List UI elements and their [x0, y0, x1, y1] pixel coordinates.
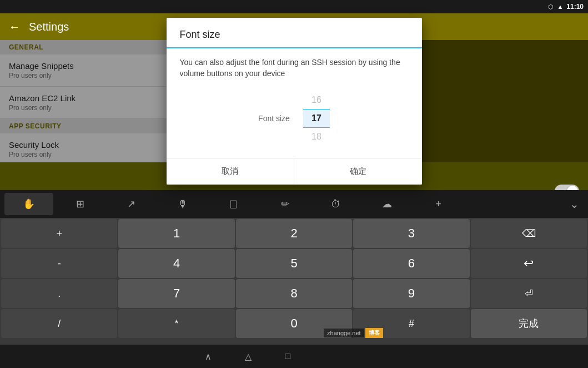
watermark: zhangge.net 博客	[324, 328, 383, 338]
key-row-3: . 7 8 9 ⏎	[0, 278, 588, 308]
cloud-btn[interactable]: ☁	[363, 193, 411, 215]
spinner-value-17[interactable]: 17	[303, 109, 330, 128]
key-4[interactable]: 4	[118, 249, 234, 278]
spinner-value-18[interactable]: 18	[303, 129, 330, 145]
nav-recent[interactable]: □	[285, 351, 290, 361]
key-3[interactable]: 3	[353, 219, 469, 248]
dialog-title: Font size	[180, 29, 409, 41]
key-backspace[interactable]: ⌫	[471, 219, 587, 248]
bluetooth-icon: ⬡	[548, 3, 554, 11]
grid-btn[interactable]: ⊞	[56, 193, 104, 215]
time-display: 11:10	[566, 3, 584, 11]
key-dot[interactable]: .	[1, 279, 117, 308]
nav-dropdown[interactable]: ∧	[205, 351, 212, 362]
key-5[interactable]: 5	[236, 249, 352, 278]
key-9[interactable]: 9	[353, 279, 469, 308]
dialog-overlay: Font size You can also adjust the font d…	[0, 40, 588, 162]
dialog-body: You can also adjust the font during an S…	[167, 48, 422, 158]
font-size-label: Font size	[258, 114, 290, 123]
back-button[interactable]: ←	[9, 21, 20, 33]
key-7[interactable]: 7	[118, 279, 234, 308]
clock-btn[interactable]: ⏱	[311, 193, 360, 215]
font-size-picker: Font size 16 17 18	[180, 88, 409, 149]
key-1[interactable]: 1	[118, 219, 234, 248]
confirm-button[interactable]: 确定	[294, 158, 422, 185]
keyboard-toolbar: ✋ ⊞ ↗ 🎙 ⎕ ✏ ⏱ ☁ + ⌄	[0, 190, 588, 218]
nav-home[interactable]: △	[245, 351, 252, 362]
status-bar: ⬡ ▲ 11:10	[0, 0, 588, 13]
dialog-buttons: 取消 确定	[167, 158, 422, 185]
font-size-dialog: Font size You can also adjust the font d…	[167, 18, 422, 185]
key-8[interactable]: 8	[236, 279, 352, 308]
move-btn[interactable]: ↗	[107, 193, 155, 215]
toolbar-chevron[interactable]: ⌄	[565, 197, 584, 211]
key-slash[interactable]: /	[1, 309, 117, 338]
cancel-button[interactable]: 取消	[167, 158, 295, 185]
key-row-4: / * 0 # 完成	[0, 308, 588, 338]
key-2[interactable]: 2	[236, 219, 352, 248]
nav-bar: ∧ △ □ zhangge.net 博客	[0, 345, 588, 368]
key-row-1: + 1 2 3 ⌫	[0, 218, 588, 248]
key-asterisk[interactable]: *	[118, 309, 234, 338]
wifi-icon: ▲	[557, 3, 563, 10]
numeric-keyboard: + 1 2 3 ⌫ - 4 5 6 ↩ . 7 8 9 ⏎ / * 0 # 完成…	[0, 218, 588, 368]
key-plus[interactable]: +	[1, 219, 117, 248]
page-title: Settings	[29, 21, 69, 33]
touch-mode-btn[interactable]: ✋	[4, 193, 53, 215]
watermark-text: zhangge.net	[324, 329, 364, 337]
pen-btn[interactable]: ✏	[260, 193, 309, 215]
key-6[interactable]: 6	[353, 249, 469, 278]
add-btn[interactable]: +	[414, 193, 463, 215]
key-enter[interactable]: ⏎	[471, 279, 587, 308]
cursor-btn[interactable]: ⎕	[209, 193, 258, 215]
key-return[interactable]: ↩	[471, 249, 587, 278]
key-row-2: - 4 5 6 ↩	[0, 248, 588, 278]
spinner-value-16[interactable]: 16	[303, 92, 330, 108]
mic-btn[interactable]: 🎙	[158, 193, 207, 215]
key-done[interactable]: 完成	[471, 309, 587, 338]
key-minus[interactable]: -	[1, 249, 117, 278]
dialog-header: Font size	[167, 18, 422, 48]
font-size-spinner[interactable]: 16 17 18	[303, 92, 330, 145]
dialog-description: You can also adjust the font during an S…	[180, 57, 409, 79]
watermark-logo: 博客	[365, 328, 383, 338]
